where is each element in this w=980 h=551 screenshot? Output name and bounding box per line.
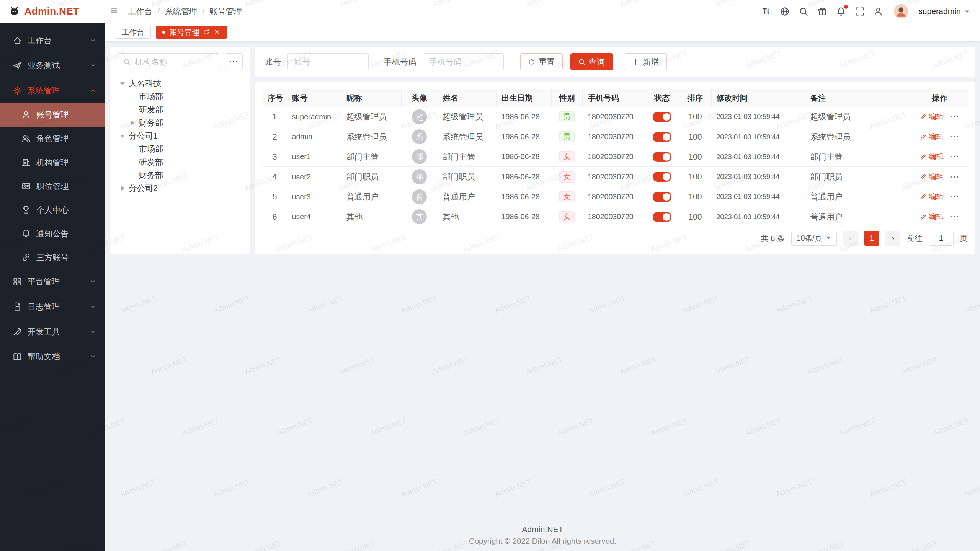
- tree-node-8[interactable]: 分公司2: [118, 182, 243, 195]
- sidebar-subitem-2-2[interactable]: 机构管理: [0, 151, 105, 174]
- tree-node-label: 财务部: [139, 170, 163, 181]
- tree-node-7[interactable]: 财务部: [118, 169, 243, 182]
- status-toggle[interactable]: [653, 212, 671, 222]
- tree-node-6[interactable]: 研发部: [118, 156, 243, 169]
- breadcrumb-separator: /: [152, 7, 165, 16]
- reset-button[interactable]: 重置: [520, 53, 563, 71]
- org-search-input[interactable]: [135, 57, 215, 67]
- org-tree-panel: ··· 大名科技市场部研发部财务部分公司1市场部研发部财务部分公司2: [110, 47, 250, 254]
- tree-node-3[interactable]: 财务部: [118, 116, 243, 129]
- font-size-icon[interactable]: Tt: [760, 6, 771, 17]
- account-input[interactable]: [287, 53, 369, 71]
- close-tab-icon[interactable]: [214, 29, 220, 36]
- page-1-button[interactable]: 1: [864, 231, 879, 246]
- cell-update_time: 2023-01-03 10:59:44: [711, 207, 805, 227]
- add-button[interactable]: 新增: [624, 53, 666, 71]
- org-search-box[interactable]: [118, 53, 220, 71]
- sidebar-subitem-2-6[interactable]: 三方账号: [0, 246, 105, 269]
- page-size-select[interactable]: 10条/页: [791, 231, 837, 246]
- cell-account: user1: [287, 147, 341, 167]
- sidebar-item-4[interactable]: 日志管理: [0, 294, 105, 319]
- goto-page-input[interactable]: [929, 231, 954, 246]
- edit-button[interactable]: 编辑: [920, 112, 944, 122]
- prev-page-button[interactable]: ‹: [843, 231, 858, 246]
- row-avatar: 普: [412, 189, 427, 204]
- chevron-down-icon: [826, 235, 832, 241]
- tab-workbench[interactable]: 工作台: [115, 26, 150, 39]
- status-toggle[interactable]: [653, 192, 671, 202]
- sidebar-item-0[interactable]: 工作台: [0, 28, 105, 53]
- cell-order: 100: [679, 147, 711, 167]
- user-avatar[interactable]: [894, 4, 908, 19]
- sidebar-subitem-2-3[interactable]: 职位管理: [0, 174, 105, 198]
- doc-icon: [13, 302, 22, 311]
- edit-button[interactable]: 编辑: [920, 132, 944, 142]
- main-area: 工作台 / 系统管理 / 账号管理 Tt superadmin: [105, 0, 980, 551]
- cell-seq: 5: [263, 187, 287, 207]
- table-row-2: 3user1部门主管部部门主管1986-06-28女18020030720100…: [263, 147, 968, 167]
- username: superadmin: [918, 7, 961, 16]
- bell-icon[interactable]: [835, 6, 846, 17]
- edit-button[interactable]: 编辑: [920, 172, 944, 182]
- search-button[interactable]: 查询: [570, 53, 613, 71]
- edit-button[interactable]: 编辑: [920, 192, 944, 202]
- goto-suffix: 页: [960, 233, 967, 244]
- refresh-tab-icon[interactable]: [203, 29, 210, 36]
- tab-account-management[interactable]: 账号管理: [156, 26, 227, 39]
- active-tab-dot: [162, 31, 165, 34]
- phone-input[interactable]: [423, 53, 504, 71]
- status-toggle[interactable]: [653, 112, 671, 122]
- fullscreen-icon[interactable]: [854, 6, 865, 17]
- breadcrumb-item[interactable]: 工作台: [128, 6, 153, 17]
- tree-node-4[interactable]: 分公司1: [118, 129, 243, 142]
- book-icon: [13, 352, 22, 361]
- tree-node-5[interactable]: 市场部: [118, 142, 243, 155]
- goto-label: 前往: [907, 233, 923, 244]
- profile-icon[interactable]: [873, 6, 884, 17]
- account-label: 账号: [265, 57, 281, 67]
- next-page-button[interactable]: ›: [885, 231, 900, 246]
- sidebar-subitem-2-0[interactable]: 账号管理: [0, 103, 105, 127]
- sidebar-subitem-2-1[interactable]: 角色管理: [0, 127, 105, 150]
- sidebar-subitem-2-5[interactable]: 通知公告: [0, 222, 105, 246]
- table-header-row: 序号账号昵称头像姓名出生日期性别手机号码状态排序修改时间备注操作: [263, 89, 968, 107]
- status-toggle[interactable]: [653, 172, 671, 182]
- cell-status: [645, 207, 679, 227]
- tree-node-0[interactable]: 大名科技: [118, 77, 243, 90]
- status-toggle[interactable]: [653, 132, 671, 142]
- tree-node-1[interactable]: 市场部: [118, 90, 243, 103]
- edit-label: 编辑: [929, 112, 944, 122]
- org-search-row: ···: [118, 53, 243, 71]
- chevron-down-icon: [90, 62, 96, 69]
- edit-button[interactable]: 编辑: [920, 212, 944, 222]
- row-more-button[interactable]: ···: [950, 112, 959, 121]
- home-icon: [13, 36, 22, 45]
- row-more-button[interactable]: ···: [950, 132, 959, 141]
- logo[interactable]: Admin.NET: [0, 0, 105, 23]
- globe-icon[interactable]: [779, 6, 790, 17]
- edit-button[interactable]: 编辑: [920, 152, 944, 162]
- edit-label: 编辑: [929, 192, 944, 202]
- table-row-4: 5user3普通用户普普通用户1986-06-28女18020030720100…: [263, 187, 968, 207]
- row-more-button[interactable]: ···: [950, 192, 959, 201]
- breadcrumb-item[interactable]: 系统管理: [165, 6, 197, 17]
- gender-badge: 女: [559, 211, 575, 222]
- sidebar-item-1[interactable]: 业务测试: [0, 53, 105, 78]
- search-icon[interactable]: [798, 6, 809, 17]
- sidebar-subitem-2-4[interactable]: 个人中心: [0, 198, 105, 222]
- row-more-button[interactable]: ···: [950, 212, 959, 221]
- org-icon: [21, 158, 31, 167]
- hamburger-menu-icon[interactable]: [110, 6, 121, 17]
- row-more-button[interactable]: ···: [950, 152, 959, 161]
- tree-node-2[interactable]: 研发部: [118, 103, 243, 116]
- sidebar-item-2[interactable]: 系统管理: [0, 78, 105, 103]
- user-menu[interactable]: superadmin: [918, 7, 970, 16]
- sidebar-item-6[interactable]: 帮助文档: [0, 344, 105, 369]
- org-more-button[interactable]: ···: [225, 53, 243, 71]
- status-toggle[interactable]: [653, 152, 671, 162]
- gift-icon[interactable]: [817, 6, 828, 17]
- row-more-button[interactable]: ···: [950, 173, 959, 181]
- cell-gender: 女: [551, 147, 583, 167]
- sidebar-item-5[interactable]: 开发工具: [0, 319, 105, 344]
- sidebar-item-3[interactable]: 平台管理: [0, 269, 105, 294]
